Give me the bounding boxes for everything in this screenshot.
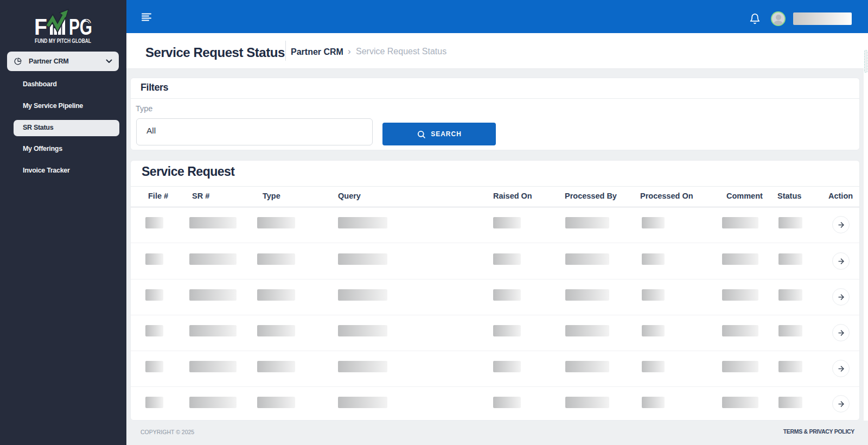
svg-text:F: F (34, 14, 47, 40)
svg-text:FUND MY PITCH GLOBAL: FUND MY PITCH GLOBAL (35, 37, 91, 44)
svg-text:PG: PG (69, 14, 92, 40)
